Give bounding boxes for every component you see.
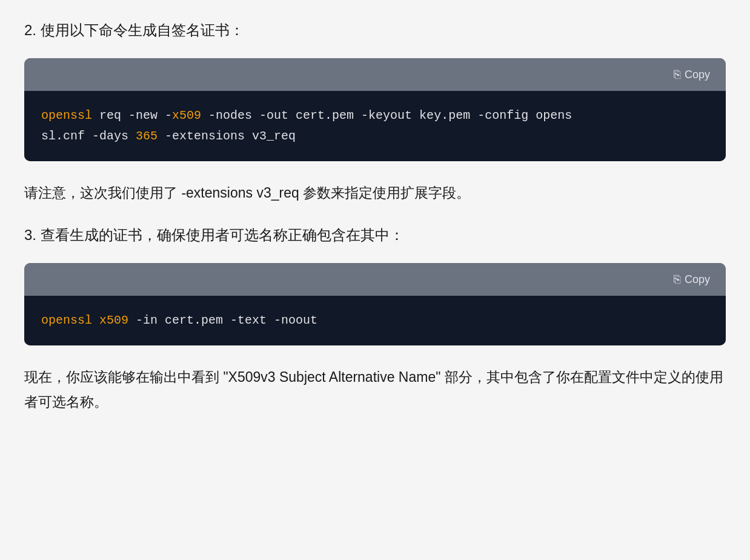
copy-icon-2: ⎘ [674, 273, 680, 286]
code-token-x509-2: x509 [99, 313, 128, 327]
code-block-1-body: openssl req -new -x509 -nodes -out cert.… [24, 91, 726, 161]
copy-label-2: Copy [685, 273, 710, 286]
code-token-x509-1: x509 [172, 108, 201, 122]
step-3-heading: 3. 查看生成的证书，确保使用者可选名称正确包含在其中： [24, 224, 726, 246]
code-token-flags-2: -in cert.pem -text -noout [128, 313, 317, 327]
paragraph-2: 现在，你应该能够在输出中看到 "X509v3 Subject Alternati… [24, 365, 726, 414]
code-block-2-header: ⎘ Copy [24, 263, 726, 296]
code-block-1: ⎘ Copy openssl req -new -x509 -nodes -ou… [24, 58, 726, 161]
code-block-2-pre: openssl x509 -in cert.pem -text -noout [41, 310, 709, 331]
code-block-1-header: ⎘ Copy [24, 58, 726, 91]
code-block-2-body: openssl x509 -in cert.pem -text -noout [24, 296, 726, 345]
code-token-openssl-1: openssl [41, 108, 92, 122]
copy-button-1[interactable]: ⎘ Copy [670, 67, 714, 82]
paragraph-1: 请注意，这次我们使用了 -extensions v3_req 参数来指定使用扩展… [24, 181, 726, 205]
code-token-extensions: -extensions v3_req [158, 129, 296, 143]
copy-label-1: Copy [685, 68, 710, 81]
code-token-space [92, 313, 99, 327]
step-2-heading: 2. 使用以下命令生成自签名证书： [24, 19, 726, 41]
code-token-openssl-2: openssl [41, 313, 92, 327]
code-block-2: ⎘ Copy openssl x509 -in cert.pem -text -… [24, 263, 726, 345]
code-block-1-pre: openssl req -new -x509 -nodes -out cert.… [41, 105, 709, 147]
copy-icon-1: ⎘ [674, 68, 680, 81]
copy-button-2[interactable]: ⎘ Copy [670, 272, 714, 287]
code-token-req: req -new - [92, 108, 172, 122]
code-token-365: 365 [136, 129, 158, 143]
